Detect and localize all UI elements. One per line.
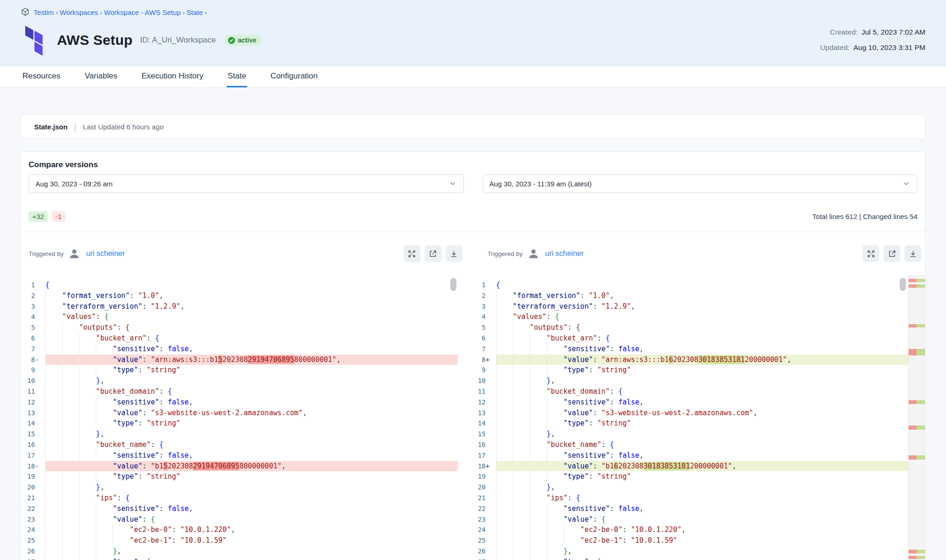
- line-number-gutter: 8+: [472, 354, 492, 365]
- line-number: 20: [27, 482, 35, 493]
- triggered-by-user-link[interactable]: uri scheiner: [86, 249, 125, 258]
- line-number: 11: [478, 386, 486, 397]
- code-line: 13"value": "s3-website-us-west-2.amazona…: [472, 408, 909, 418]
- line-number-gutter: 9: [21, 365, 42, 376]
- minimap-change-stripe: [909, 324, 925, 327]
- diff-minimap[interactable]: [908, 275, 925, 560]
- line-number: 21: [27, 493, 35, 503]
- external-link-icon: [428, 249, 437, 258]
- code-text: "ec2-be-1": "10.0.1.59": [45, 535, 458, 546]
- line-number-gutter: 11: [21, 386, 42, 397]
- external-link-icon: [888, 249, 896, 258]
- code-line: 1{: [472, 280, 909, 291]
- breadcrumb-link[interactable]: Workspaces: [60, 8, 98, 16]
- line-number: 20: [478, 482, 486, 493]
- line-number-gutter: 16: [21, 439, 42, 450]
- line-number: 22: [478, 503, 486, 514]
- line-number: 12: [27, 397, 35, 408]
- diff-marker: [35, 291, 42, 301]
- version-select-left[interactable]: Aug 30, 2023 - 09:26 am: [28, 174, 464, 193]
- code-line: 9"type": "string": [472, 365, 909, 376]
- code-line: 20},: [21, 482, 458, 493]
- code-text: "values": {: [496, 312, 909, 322]
- line-number: 19: [27, 471, 35, 482]
- code-line: 8-"value": "arn:aws:s3:::b15202308291947…: [21, 354, 458, 365]
- line-number: 16: [27, 439, 35, 450]
- open-external-button[interactable]: [425, 245, 441, 262]
- diff-marker: [486, 514, 492, 525]
- line-number-gutter: 13: [472, 408, 492, 418]
- minimap-change-stripe: [909, 349, 925, 355]
- line-number: 15: [478, 429, 486, 439]
- line-number-gutter: 17: [21, 450, 42, 461]
- code-text: "ec2-be-0": "10.0.1.220",: [45, 525, 458, 535]
- scrollbar-thumb[interactable]: [450, 278, 456, 291]
- open-external-button[interactable]: [883, 245, 900, 262]
- diff-marker: [35, 525, 42, 535]
- breadcrumb: Testim › Workspaces › Workspace - AWS Se…: [21, 7, 925, 17]
- code-text: "sensitive": false,: [45, 397, 458, 408]
- line-number: 10: [27, 376, 35, 386]
- diff-marker: [486, 546, 492, 557]
- diff-marker: [486, 397, 492, 408]
- expand-button[interactable]: [404, 245, 420, 262]
- line-number: 7: [31, 344, 35, 354]
- diff-marker: [486, 322, 492, 333]
- expand-button[interactable]: [862, 245, 879, 262]
- line-number-gutter: 27: [21, 557, 42, 560]
- line-number-gutter: 2: [21, 291, 42, 301]
- tab-resources[interactable]: Resources: [21, 66, 61, 87]
- code-text: "ips": {: [45, 493, 458, 503]
- line-number-gutter: 1: [21, 280, 42, 291]
- code-line: 16"bucket_name": {: [472, 439, 909, 450]
- line-number-gutter: 23: [472, 514, 492, 525]
- code-text: },: [45, 546, 458, 557]
- line-number: 23: [478, 514, 486, 525]
- scrollbar-thumb[interactable]: [900, 278, 906, 291]
- line-number-gutter: 24: [472, 525, 492, 535]
- line-number-gutter: 26: [21, 546, 42, 557]
- diff-marker: [486, 418, 492, 429]
- line-number: 17: [27, 450, 35, 461]
- breadcrumb-link[interactable]: State: [186, 8, 203, 16]
- code-line: 17"sensitive": false,: [472, 450, 909, 461]
- line-number: 10: [478, 376, 486, 386]
- code-text: "sensitive": false,: [496, 503, 909, 514]
- minimap-change-stripe: [909, 550, 925, 553]
- line-number: 2: [482, 291, 485, 301]
- code-text: "ec2-be-1": "10.0.1.59": [496, 535, 909, 546]
- code-line: 10},: [21, 376, 458, 386]
- download-button[interactable]: [446, 245, 462, 262]
- line-number-gutter: 22: [472, 503, 492, 514]
- code-text: "type": "string": [45, 418, 458, 429]
- diff-marker: [35, 312, 42, 322]
- version-select-right[interactable]: Aug 30, 2023 - 11:39 am (Latest): [483, 174, 918, 193]
- line-number-gutter: 26: [472, 546, 492, 557]
- diff-marker: [35, 418, 42, 429]
- code-text: "sensitive": false,: [45, 503, 458, 514]
- line-number: 2: [31, 291, 35, 301]
- tab-bar: ResourcesVariablesExecution HistoryState…: [0, 66, 946, 88]
- minimap-change-stripe: [909, 400, 925, 404]
- code-line: 23"value": {: [21, 514, 458, 525]
- line-number-gutter: 21: [472, 493, 492, 503]
- line-number-gutter: 18+: [472, 461, 492, 472]
- code-text: "format_version": "1.0",: [45, 291, 458, 301]
- code-line: 27"type": [: [472, 557, 909, 560]
- download-button[interactable]: [904, 245, 921, 262]
- tab-execution-history[interactable]: Execution History: [141, 66, 204, 87]
- tab-variables[interactable]: Variables: [84, 66, 118, 87]
- breadcrumb-link[interactable]: Testim: [34, 8, 54, 16]
- tab-configuration[interactable]: Configuration: [270, 66, 319, 87]
- line-number-gutter: 6: [472, 333, 492, 344]
- workspace-id: ID: A_Uri_Workspace: [140, 35, 216, 45]
- line-number: 1: [482, 280, 485, 291]
- triggered-by-label: Triggered by: [488, 250, 523, 257]
- state-file-name: State.json: [34, 123, 68, 131]
- code-line: 13"value": "s3-website-us-west-2.amazona…: [21, 408, 458, 418]
- diff-marker: [35, 301, 42, 312]
- created-label: Created:: [830, 28, 858, 36]
- tab-state[interactable]: State: [227, 66, 247, 87]
- breadcrumb-link[interactable]: Workspace - AWS Setup: [104, 8, 181, 16]
- triggered-by-user-link[interactable]: uri scheiner: [545, 249, 584, 258]
